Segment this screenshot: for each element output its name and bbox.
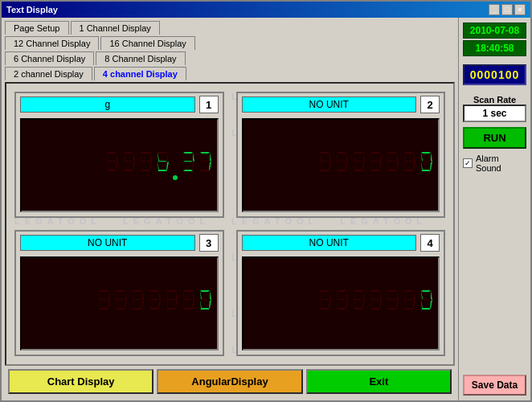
channel-4-header: NO UNIT 4 <box>238 232 444 254</box>
tab-4-channel[interactable]: 4 channel Display <box>94 67 186 80</box>
channel-2-unit: NO UNIT <box>242 96 417 113</box>
svg-marker-22 <box>167 152 169 162</box>
tab-page-setup[interactable]: Page Setup <box>5 21 69 35</box>
svg-marker-121 <box>176 290 178 300</box>
maximize-button[interactable]: □ <box>501 4 513 15</box>
svg-marker-2 <box>116 162 118 170</box>
tab-row-3: 6 Channel Display 8 Channel Display <box>5 51 455 65</box>
svg-marker-110 <box>133 300 134 309</box>
svg-marker-31 <box>192 162 194 170</box>
tab-8-channel[interactable]: 8 Channel Display <box>96 51 185 65</box>
svg-marker-21 <box>158 152 167 154</box>
svg-marker-16 <box>149 162 152 170</box>
tab-1-channel[interactable]: 1 Channel Display <box>71 21 160 35</box>
svg-marker-43 <box>320 152 329 154</box>
svg-marker-135 <box>210 290 211 300</box>
svg-marker-35 <box>183 161 193 162</box>
svg-marker-120 <box>166 290 176 292</box>
alarm-checkbox[interactable]: ✓ <box>463 158 473 168</box>
svg-marker-70 <box>370 161 380 162</box>
svg-marker-162 <box>370 290 380 292</box>
svg-marker-117 <box>149 300 151 309</box>
angular-display-button[interactable]: AngularDisplay <box>157 369 302 394</box>
time-value: 18:40:58 <box>463 40 526 56</box>
digit-3-4 <box>147 289 162 319</box>
channels-grid: g 1 <box>14 92 445 356</box>
save-data-button[interactable]: Save Data <box>463 375 526 396</box>
svg-marker-18 <box>141 162 142 170</box>
svg-marker-93 <box>108 290 110 300</box>
digit-2-4 <box>368 150 383 181</box>
channel-2-box: NO UNIT 2 <box>236 92 446 218</box>
window-controls: _ □ × <box>489 4 526 15</box>
tab-12-channel[interactable]: 12 Channel Display <box>5 36 99 50</box>
channel-2-seg <box>317 150 433 181</box>
svg-marker-38 <box>209 162 211 170</box>
svg-marker-176 <box>404 290 414 292</box>
svg-marker-143 <box>329 300 331 309</box>
svg-marker-177 <box>414 290 415 300</box>
counter-display: 0000100 <box>463 64 526 85</box>
svg-marker-185 <box>430 300 432 309</box>
svg-marker-178 <box>413 300 415 309</box>
svg-marker-87 <box>430 162 432 170</box>
digit-4-6 <box>402 289 416 319</box>
svg-marker-142 <box>329 290 331 300</box>
svg-marker-49 <box>320 161 329 162</box>
svg-marker-183 <box>421 290 431 292</box>
digit-1-1 <box>104 150 119 181</box>
svg-marker-51 <box>346 152 348 162</box>
digit-2-1 <box>317 150 332 181</box>
svg-marker-107 <box>142 290 144 300</box>
scan-rate-value[interactable]: 1 sec <box>463 105 526 122</box>
close-button[interactable]: × <box>514 4 526 15</box>
svg-marker-161 <box>354 299 363 300</box>
svg-marker-189 <box>421 299 431 300</box>
display-panel: LEGATOOL LEGATOOL LEGATOOL LEGATOOL LEGA… <box>5 82 455 366</box>
svg-marker-72 <box>397 152 399 162</box>
svg-marker-79 <box>414 152 415 162</box>
svg-marker-138 <box>200 300 202 309</box>
svg-marker-66 <box>379 162 382 170</box>
svg-marker-169 <box>387 290 397 292</box>
exit-button[interactable]: Exit <box>306 369 452 394</box>
svg-marker-8 <box>133 152 135 162</box>
svg-marker-119 <box>149 299 159 300</box>
tab-6-channel[interactable]: 6 Channel Display <box>5 51 94 65</box>
minimize-button[interactable]: _ <box>489 4 500 15</box>
digit-4-7 <box>419 289 433 319</box>
chart-display-button[interactable]: Chart Display <box>8 369 153 394</box>
svg-marker-91 <box>421 161 431 162</box>
run-button[interactable]: RUN <box>463 127 526 149</box>
svg-marker-13 <box>124 161 133 162</box>
digit-2-3 <box>351 150 366 181</box>
svg-marker-4 <box>107 162 108 170</box>
tab-16-channel[interactable]: 16 Channel Display <box>100 36 194 50</box>
alarm-label: Alarm Sound <box>476 154 526 173</box>
alarm-row: ✓ Alarm Sound <box>463 154 526 173</box>
svg-marker-65 <box>380 152 382 162</box>
svg-marker-114 <box>159 290 161 300</box>
window-title: Text Display <box>6 5 58 14</box>
digit-2-5 <box>385 150 399 181</box>
svg-marker-182 <box>404 299 414 300</box>
tab-row-2: 12 Channel Display 16 Channel Display <box>5 36 455 50</box>
svg-marker-77 <box>387 161 397 162</box>
svg-marker-136 <box>209 300 211 309</box>
svg-marker-63 <box>354 161 363 162</box>
channel-3-number: 3 <box>199 234 219 252</box>
digit-3-2 <box>113 289 128 319</box>
scan-rate-label: Scan Rate <box>463 95 526 105</box>
channel-1-unit: g <box>20 96 195 113</box>
tab-2-channel[interactable]: 2 channel Display <box>5 67 92 80</box>
svg-marker-126 <box>166 299 176 300</box>
svg-marker-166 <box>370 300 372 309</box>
svg-marker-11 <box>124 162 125 170</box>
svg-marker-59 <box>362 162 365 170</box>
svg-marker-149 <box>346 290 348 300</box>
main-panel: Page Setup 1 Channel Display 12 Channel … <box>2 18 458 400</box>
svg-marker-147 <box>320 299 329 300</box>
main-window: Text Display _ □ × Page Setup 1 Channel … <box>0 0 532 402</box>
channel-3-box: NO UNIT 3 <box>14 230 224 356</box>
svg-marker-115 <box>158 300 161 309</box>
